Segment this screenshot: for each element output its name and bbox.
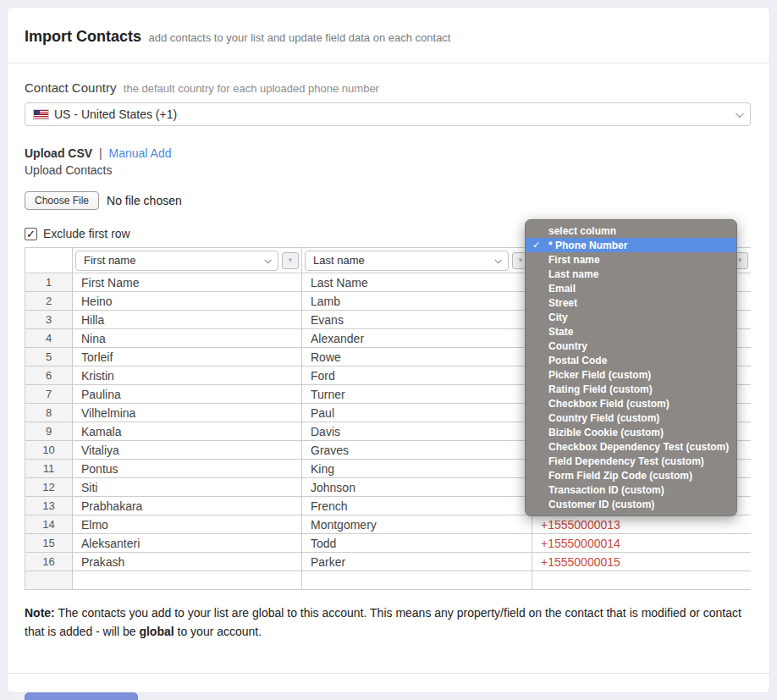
dropdown-item[interactable]: First name bbox=[526, 252, 736, 267]
row-number-cell: 8 bbox=[25, 404, 73, 422]
empty-cell bbox=[302, 571, 532, 590]
contact-country-hint: the default country for each uploaded ph… bbox=[124, 82, 379, 95]
first-name-cell: Vitaliya bbox=[73, 441, 302, 460]
dropdown-item[interactable]: Picker Field (custom) bbox=[526, 367, 736, 382]
last-name-cell: Last Name bbox=[302, 273, 532, 292]
column1-map-select[interactable]: First name bbox=[75, 251, 278, 271]
first-name-cell: Vilhelmina bbox=[73, 404, 302, 422]
country-select-value: US - United States (+1) bbox=[54, 107, 177, 121]
dropdown-item[interactable]: Transaction ID (custom) bbox=[526, 483, 736, 498]
dropdown-item[interactable]: Form Field Zip Code (custom) bbox=[526, 469, 736, 483]
file-status-text: No file chosen bbox=[107, 194, 182, 207]
row-number-cell: 10 bbox=[25, 441, 73, 460]
note-prefix: Note: bbox=[25, 606, 55, 620]
page-subtitle: add contacts to your list and update fie… bbox=[148, 31, 450, 44]
row-number-cell: 16 bbox=[25, 553, 73, 571]
dropdown-item[interactable]: Bizible Cookie (custom) bbox=[526, 426, 736, 440]
dropdown-item[interactable]: Last name bbox=[526, 267, 736, 281]
dropdown-item-label: State bbox=[548, 326, 573, 338]
first-name-cell: Paulina bbox=[73, 385, 302, 404]
column2-map-select[interactable]: Last name bbox=[305, 251, 509, 271]
dropdown-item[interactable]: Country bbox=[526, 339, 736, 353]
dropdown-item[interactable]: Postal Code bbox=[526, 353, 736, 367]
contact-country-section: Contact Country the default country for … bbox=[25, 80, 752, 126]
chevron-down-icon bbox=[264, 256, 271, 263]
last-name-cell: Johnson bbox=[302, 478, 532, 497]
upload-mode-tabs: Upload CSV | Manual Add bbox=[25, 146, 752, 160]
dropdown-item-label: First name bbox=[548, 254, 600, 266]
upload-contacts-button[interactable]: Upload Contacts bbox=[25, 692, 138, 700]
dropdown-item-label: * Phone Number bbox=[548, 240, 627, 251]
dropdown-item[interactable]: Country Field (custom) bbox=[526, 411, 736, 426]
dropdown-item[interactable]: Field Dependency Test (custom) bbox=[526, 455, 736, 469]
choose-file-button[interactable]: Choose File bbox=[25, 191, 99, 210]
dropdown-item[interactable]: Customer ID (custom) bbox=[526, 498, 736, 512]
dropdown-item-label: Postal Code bbox=[548, 355, 607, 367]
last-name-cell: Rowe bbox=[302, 348, 532, 367]
first-name-cell: Pontus bbox=[73, 460, 302, 478]
row-number-cell: 9 bbox=[25, 422, 73, 441]
last-name-cell: Evans bbox=[302, 311, 532, 329]
dropdown-item-label: Picker Field (custom) bbox=[548, 369, 651, 381]
dropdown-item-label: Bizible Cookie (custom) bbox=[548, 427, 664, 438]
dropdown-item-label: Transaction ID (custom) bbox=[548, 484, 664, 496]
empty-cell bbox=[532, 571, 752, 590]
dropdown-item[interactable]: select column bbox=[526, 223, 736, 238]
card-header: Import Contacts add contacts to your lis… bbox=[8, 8, 769, 63]
last-name-cell: Graves bbox=[302, 441, 532, 460]
last-name-cell: Turner bbox=[302, 385, 532, 404]
last-name-cell: Davis bbox=[302, 422, 532, 441]
column1-header: First name ▼ bbox=[73, 248, 302, 273]
dropdown-item-label: Street bbox=[548, 297, 577, 309]
last-name-cell: Montgomery bbox=[302, 515, 532, 534]
row-number-cell: 11 bbox=[25, 460, 73, 478]
tab-upload-csv[interactable]: Upload CSV bbox=[25, 146, 92, 160]
first-name-cell: Siti bbox=[73, 478, 302, 497]
first-name-cell: Prabhakara bbox=[73, 497, 302, 515]
dropdown-item-label: Form Field Zip Code (custom) bbox=[548, 470, 692, 482]
exclude-first-row-label: Exclude first row bbox=[43, 227, 130, 240]
dropdown-item[interactable]: Checkbox Field (custom) bbox=[526, 397, 736, 411]
row-number-cell: 12 bbox=[25, 478, 73, 497]
note-text: Note: The contacts you add to your list … bbox=[25, 604, 752, 641]
table-row: 16PrakashParker+15550000015 bbox=[25, 553, 752, 571]
tab-manual-add[interactable]: Manual Add bbox=[109, 146, 172, 160]
dropdown-item-label: Last name bbox=[548, 268, 598, 280]
first-name-cell: Heino bbox=[73, 292, 302, 311]
column-mapping-dropdown: select column✓* Phone NumberFirst nameLa… bbox=[525, 219, 737, 516]
empty-cell bbox=[25, 571, 73, 590]
dropdown-item[interactable]: Email bbox=[526, 281, 736, 295]
dropdown-item[interactable]: Rating Field (custom) bbox=[526, 383, 736, 397]
dropdown-item-label: Country Field (custom) bbox=[548, 412, 659, 424]
dropdown-item[interactable]: State bbox=[526, 324, 736, 339]
country-select[interactable]: US - United States (+1) bbox=[25, 102, 751, 126]
row-number-cell: 13 bbox=[25, 497, 73, 515]
row-number-cell: 15 bbox=[25, 534, 73, 553]
last-name-cell: French bbox=[302, 497, 532, 515]
page-title: Import Contacts bbox=[25, 28, 141, 45]
dropdown-item[interactable]: Checkbox Dependency Test (custom) bbox=[526, 440, 736, 455]
last-name-cell: Paul bbox=[302, 404, 532, 422]
row-number-cell: 7 bbox=[25, 385, 73, 404]
tab-separator: | bbox=[99, 146, 102, 160]
column1-filter-button[interactable]: ▼ bbox=[282, 252, 299, 269]
dropdown-item[interactable]: ✓* Phone Number bbox=[526, 238, 736, 252]
row-number-cell: 5 bbox=[25, 348, 73, 367]
first-name-cell: Aleksanteri bbox=[73, 534, 302, 553]
row-number-cell: 14 bbox=[25, 515, 73, 534]
chevron-down-icon bbox=[494, 256, 501, 263]
dropdown-item-label: Country bbox=[548, 340, 587, 352]
first-name-cell: Hilla bbox=[73, 311, 302, 329]
dropdown-item-label: Email bbox=[548, 283, 576, 295]
dropdown-item-label: select column bbox=[548, 225, 616, 237]
last-name-cell: King bbox=[302, 460, 532, 478]
row-number-cell: 1 bbox=[25, 273, 73, 292]
exclude-first-row-checkbox[interactable]: ✓ bbox=[25, 228, 37, 240]
dropdown-item[interactable]: City bbox=[526, 310, 736, 324]
dropdown-item[interactable]: Street bbox=[526, 295, 736, 310]
first-name-cell: Kamala bbox=[73, 422, 302, 441]
contact-country-label: Contact Country bbox=[25, 80, 116, 95]
row-number-cell: 3 bbox=[25, 311, 73, 329]
first-name-cell: Torleif bbox=[73, 348, 302, 367]
us-flag-icon bbox=[34, 110, 48, 119]
